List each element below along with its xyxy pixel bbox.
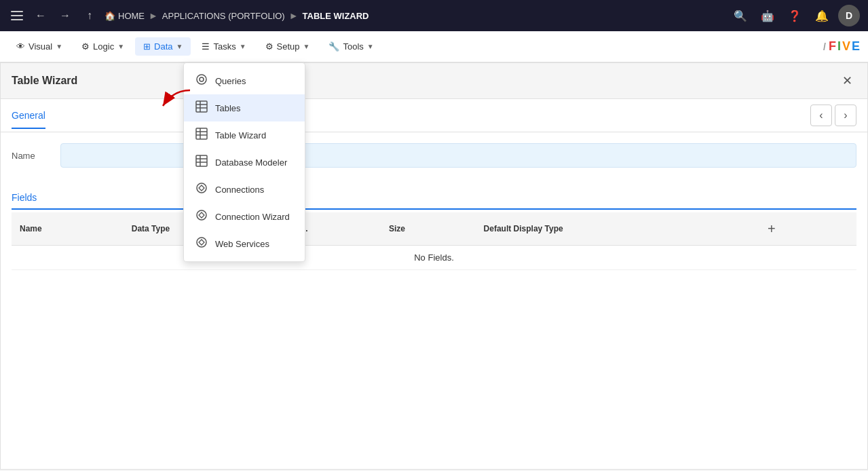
db-modeler-icon xyxy=(195,155,208,170)
breadcrumb-current: TABLE WIZARD xyxy=(303,11,369,21)
wizard-tabs: General ‹ › xyxy=(1,99,867,132)
wizard-header: Table Wizard ✕ xyxy=(1,63,867,99)
nav-logic[interactable]: ⚙ Logic ▼ xyxy=(73,37,132,56)
tab-general-label: General xyxy=(12,110,45,121)
nav-logic-label: Logic xyxy=(93,41,114,52)
logic-icon: ⚙ xyxy=(81,41,90,52)
dropdown-db-modeler-label: Database Modeler xyxy=(215,157,287,168)
svg-rect-2 xyxy=(196,101,207,112)
svg-point-1 xyxy=(200,77,204,81)
connection-wizard-icon xyxy=(195,209,208,224)
dropdown-tables-label: Tables xyxy=(215,103,241,113)
breadcrumb-home-label[interactable]: HOME xyxy=(118,11,145,21)
query-icon xyxy=(195,73,208,88)
wizard-form: Name xyxy=(1,132,867,187)
setup-icon: ⚙ xyxy=(265,41,273,52)
secondary-nav: 👁 Visual ▼ ⚙ Logic ▼ ⊞ Data ▼ ☰ Tasks ▼ … xyxy=(0,31,868,62)
dropdown-connections-label: Connections xyxy=(215,185,264,195)
tasks-icon: ☰ xyxy=(202,41,210,52)
grid-icon: ⊞ xyxy=(143,41,151,52)
avatar[interactable]: D xyxy=(838,5,860,26)
add-field-button[interactable]: + xyxy=(762,219,781,238)
tasks-dropdown-arrow: ▼ xyxy=(240,43,246,50)
dropdown-table-wizard-label: Table Wizard xyxy=(215,130,266,140)
table-wizard-icon xyxy=(195,128,208,143)
fields-header-row: Fields xyxy=(12,187,856,210)
tools-dropdown-arrow: ▼ xyxy=(367,43,374,50)
web-services-icon xyxy=(195,236,208,251)
nav-visual-label: Visual xyxy=(29,41,52,52)
breadcrumb-sep-2: ► xyxy=(289,10,299,21)
col-size: Size xyxy=(381,212,476,246)
fields-table: Name Data Type Req. Size Default Display xyxy=(12,212,856,270)
wizard-nav: ‹ › xyxy=(810,99,856,132)
name-input[interactable] xyxy=(60,143,856,168)
breadcrumb-home[interactable]: 🏠 HOME xyxy=(105,11,145,21)
fields-table-body: No Fields. xyxy=(12,246,856,270)
dropdown-table-wizard[interactable]: Table Wizard xyxy=(184,121,305,149)
nav-tools-label: Tools xyxy=(343,41,363,52)
dropdown-connection-wizard[interactable]: Connection Wizard xyxy=(184,203,305,230)
svg-point-0 xyxy=(197,75,206,84)
home-icon: 🏠 xyxy=(105,11,115,21)
breadcrumb-sep-1: ► xyxy=(149,10,158,21)
col-display-type: Default Display Type xyxy=(476,212,754,246)
search-icon[interactable]: 🔍 xyxy=(730,5,751,26)
dropdown-web-services-label: Web Services xyxy=(215,239,269,249)
name-form-row: Name xyxy=(12,143,856,168)
fields-section: Fields Name Data Type Req. xyxy=(1,187,867,281)
topbar: ← → ↑ 🏠 HOME ► APPLICATIONS (PORTFOLIO) … xyxy=(0,0,868,31)
nav-visual[interactable]: 👁 Visual ▼ xyxy=(8,37,71,56)
dropdown-db-modeler[interactable]: Database Modeler xyxy=(184,149,305,176)
nav-tools[interactable]: 🔧 Tools ▼ xyxy=(320,37,381,56)
tab-general[interactable]: General xyxy=(12,102,45,129)
wizard-close-button[interactable]: ✕ xyxy=(837,71,856,90)
wizard-title: Table Wizard xyxy=(12,75,77,87)
dropdown-tables[interactable]: Tables xyxy=(184,94,305,121)
notification-icon[interactable]: 🔔 xyxy=(811,5,833,26)
up-button[interactable]: ↑ xyxy=(80,6,99,25)
svg-rect-10 xyxy=(196,155,207,166)
topbar-left: ← → ↑ 🏠 HOME ► APPLICATIONS (PORTFOLIO) … xyxy=(8,6,724,25)
tab-fields[interactable]: Fields xyxy=(12,192,37,203)
breadcrumb: 🏠 HOME ► APPLICATIONS (PORTFOLIO) ► TABL… xyxy=(105,10,369,21)
table-icon xyxy=(195,100,208,115)
breadcrumb-applications[interactable]: APPLICATIONS (PORTFOLIO) xyxy=(162,11,285,21)
dropdown-queries[interactable]: Queries xyxy=(184,67,305,94)
connections-icon xyxy=(195,182,208,197)
bot-icon[interactable]: 🤖 xyxy=(757,5,778,26)
topbar-right: 🔍 🤖 ❓ 🔔 D xyxy=(730,5,860,26)
no-fields-message: No Fields. xyxy=(12,246,856,270)
five-logo: / FIVE xyxy=(823,39,860,54)
forward-button[interactable]: → xyxy=(56,6,75,25)
nav-data-label: Data xyxy=(154,41,172,52)
nav-data[interactable]: ⊞ Data ▼ xyxy=(135,37,191,56)
red-arrow-svg xyxy=(153,87,193,114)
nav-next-button[interactable]: › xyxy=(835,105,856,126)
no-fields-row: No Fields. xyxy=(12,246,856,270)
dropdown-connection-wizard-label: Connection Wizard xyxy=(215,212,290,222)
visual-dropdown-arrow: ▼ xyxy=(56,43,62,50)
hamburger-menu[interactable] xyxy=(8,8,26,23)
nav-prev-button[interactable]: ‹ xyxy=(810,105,832,126)
svg-rect-6 xyxy=(196,128,207,139)
tools-icon: 🔧 xyxy=(328,41,339,52)
back-button[interactable]: ← xyxy=(31,6,50,25)
eye-icon: 👁 xyxy=(16,41,25,52)
fields-table-header-row: Name Data Type Req. Size Default Display xyxy=(12,212,856,246)
main-content: Table Wizard ✕ General ‹ › Name Fields xyxy=(0,62,868,470)
nav-setup[interactable]: ⚙ Setup ▼ xyxy=(257,37,318,56)
nav-tasks-label: Tasks xyxy=(213,41,235,52)
dropdown-connections[interactable]: Connections xyxy=(184,176,305,203)
dropdown-web-services[interactable]: Web Services xyxy=(184,230,305,257)
name-label: Name xyxy=(12,151,52,161)
logic-dropdown-arrow: ▼ xyxy=(117,43,124,50)
dropdown-queries-label: Queries xyxy=(215,76,246,86)
data-dropdown-menu: Queries Tables Table Wizard Database Mod… xyxy=(183,62,305,262)
col-add: + xyxy=(754,212,856,246)
col-name: Name xyxy=(12,212,124,246)
nav-tasks[interactable]: ☰ Tasks ▼ xyxy=(193,37,254,56)
wizard-panel: Table Wizard ✕ General ‹ › Name Fields xyxy=(0,62,868,470)
nav-setup-label: Setup xyxy=(277,41,300,52)
help-icon[interactable]: ❓ xyxy=(784,5,806,26)
